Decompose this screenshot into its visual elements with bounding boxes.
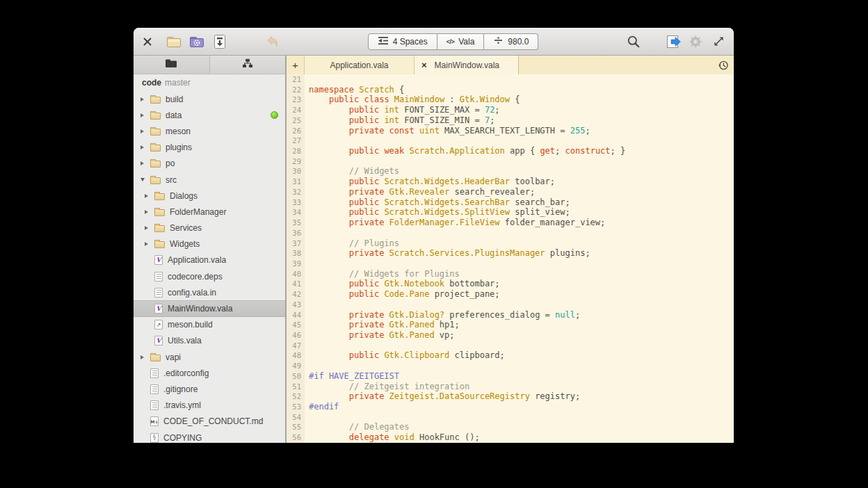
history-button[interactable] [713,56,734,74]
code-text [305,341,309,351]
code-line[interactable]: 28 public weak Scratch.Application app {… [287,146,734,156]
code-line[interactable]: 23 public class MainWindow : Gtk.Window … [287,95,734,105]
tree-item-MainWindow.vala[interactable]: VMainWindow.vala [134,300,285,316]
code-line[interactable]: 56 delegate void HookFunc (); [287,432,734,443]
code-line[interactable]: 46 private Gtk.Paned vp; [287,330,734,341]
line-number: 53 [287,402,305,412]
tree-item-Utils.vala[interactable]: VUtils.vala [134,333,285,349]
code-line[interactable]: 50#if HAVE_ZEITGEIST [287,371,734,382]
expand-arrow-icon[interactable] [140,354,147,361]
code-line[interactable]: 32 private Gtk.Revealer search_revealer; [287,187,734,197]
tab-close-icon[interactable]: × [415,60,427,70]
line-number: 45 [287,320,305,330]
sidebar-tab-files[interactable] [134,56,210,74]
code-line[interactable]: 22namespace Scratch { [287,85,734,95]
tree-item-.travis.yml[interactable]: .travis.yml [134,398,285,414]
expand-arrow-icon[interactable] [145,209,151,215]
code-line[interactable]: 25 public int FONT_SIZE_MIN = 7; [287,115,734,126]
code-line[interactable]: 39 [287,259,734,269]
open-folder-icon[interactable] [166,34,182,49]
search-icon[interactable] [627,35,641,49]
tree-item-.gitignore[interactable]: .gitignore [134,381,285,397]
share-icon[interactable] [666,34,683,49]
tab-MainWindow.vala[interactable]: ×MainWindow.vala [415,56,519,74]
code-line[interactable]: 53#endif [287,402,734,412]
code-text: public Gtk.Clipboard clipboard; [305,350,505,361]
sidebar-tab-outline[interactable] [210,56,286,74]
goto-line-button[interactable]: 980.0 [484,33,538,50]
collapse-arrow-icon[interactable] [140,177,147,184]
tree-item-meson[interactable]: meson [134,123,285,139]
code-line[interactable]: 26 private const uint MAX_SEARCH_TEXT_LE… [287,126,734,136]
tree-item-COPYING[interactable]: §COPYING [134,430,285,443]
tree-item-Widgets[interactable]: Widgets [134,236,285,252]
code-line[interactable]: 48 public Gtk.Clipboard clipboard; [287,350,734,361]
code-line[interactable]: 24 public int FONT_SIZE_MAX = 72; [287,105,734,115]
undo-icon[interactable] [264,35,280,49]
line-number: 46 [287,330,305,341]
tab-Application.vala[interactable]: Application.vala [305,56,415,74]
code-line[interactable]: 33 public Scratch.Widgets.SearchBar sear… [287,197,734,208]
expand-arrow-icon[interactable] [140,96,147,103]
code-line[interactable]: 52 private Zeitgeist.DataSourceRegistry … [287,391,734,402]
expand-arrow-icon[interactable] [145,225,151,231]
expand-arrow-icon[interactable] [140,128,147,135]
tree-item-Application.vala[interactable]: VApplication.vala [134,252,285,268]
line-number: 54 [287,412,305,423]
code-line[interactable]: 49 [287,361,734,371]
tree-item-plugins[interactable]: plugins [134,140,285,156]
code-line[interactable]: 31 public Scratch.Widgets.HeaderBar tool… [287,177,734,187]
code-text [305,228,309,238]
folder-icon [150,177,161,184]
code-line[interactable]: 54 [287,412,734,423]
tree-item-FolderManager[interactable]: FolderManager [134,204,285,220]
save-icon[interactable] [211,34,228,49]
code-line[interactable]: 38 private Scratch.Services.PluginsManag… [287,248,734,259]
tree-item-.editorconfig[interactable]: .editorconfig [134,365,285,381]
indent-width-button[interactable]: 4 Spaces [368,33,437,50]
code-line[interactable]: 51 // Zeitgeist integration [287,382,734,392]
tree-item-CODE_OF_CONDUCT.md[interactable]: M↓CODE_OF_CONDUCT.md [134,414,285,430]
tree-item-label: .gitignore [163,384,198,394]
source-editor[interactable]: 2122namespace Scratch {23 public class M… [287,74,734,443]
tree-item-build[interactable]: build [134,91,285,107]
expand-arrow-icon[interactable] [140,112,147,119]
templates-folder-icon[interactable] [188,34,205,49]
project-header[interactable]: code master [134,74,285,91]
tree-item-po[interactable]: po [134,156,285,172]
code-line[interactable]: 27 [287,136,734,146]
tree-item-Services[interactable]: Services [134,220,285,236]
window-close-icon[interactable] [143,38,152,46]
code-line[interactable]: 41 public Gtk.Notebook bottombar; [287,279,734,289]
code-line[interactable]: 29 [287,156,734,167]
expand-icon[interactable] [712,35,725,48]
tree-item-data[interactable]: data [134,107,285,123]
code-line[interactable]: 47 [287,341,734,351]
code-line[interactable]: 35 private FolderManager.FileView folder… [287,218,734,228]
tree-item-src[interactable]: src [134,172,285,188]
code-text: public Gtk.Notebook bottombar; [305,279,500,289]
tree-item-meson.build[interactable]: ↗meson.build [134,317,285,333]
code-line[interactable]: 37 // Plugins [287,238,734,249]
code-line[interactable]: 36 [287,228,734,238]
code-line[interactable]: 21 [287,74,734,85]
code-line[interactable]: 55 // Delegates [287,422,734,432]
expand-arrow-icon[interactable] [140,144,147,151]
code-line[interactable]: 42 public Code.Pane project_pane; [287,289,734,300]
code-line[interactable]: 40 // Widgets for Plugins [287,269,734,279]
expand-arrow-icon[interactable] [140,160,147,167]
tree-item-codecore.deps[interactable]: codecore.deps [134,268,285,284]
gear-icon[interactable] [689,35,702,49]
expand-arrow-icon[interactable] [145,193,151,200]
code-line[interactable]: 43 [287,300,734,310]
tree-item-Dialogs[interactable]: Dialogs [134,188,285,204]
tree-item-vapi[interactable]: vapi [134,349,285,365]
code-line[interactable]: 30 // Widgets [287,166,734,177]
code-line[interactable]: 44 private Gtk.Dialog? preferences_dialo… [287,310,734,320]
code-line[interactable]: 34 public Scratch.Widgets.SplitView spli… [287,207,734,218]
new-tab-button[interactable]: + [287,56,305,74]
expand-arrow-icon[interactable] [145,241,151,247]
language-button[interactable]: </> Vala [437,33,485,50]
code-line[interactable]: 45 private Gtk.Paned hp1; [287,320,734,330]
tree-item-config.vala.in[interactable]: config.vala.in [134,284,285,300]
